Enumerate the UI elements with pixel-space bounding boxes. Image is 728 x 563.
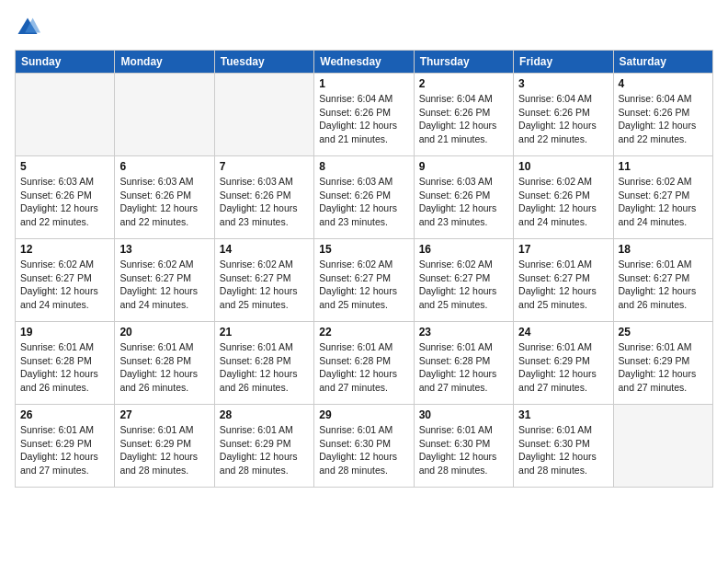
day-number: 31 bbox=[518, 408, 608, 421]
calendar-week-row: 5Sunrise: 6:03 AM Sunset: 6:26 PM Daylig… bbox=[16, 156, 713, 239]
calendar-week-row: 1Sunrise: 6:04 AM Sunset: 6:26 PM Daylig… bbox=[16, 74, 713, 156]
day-number: 29 bbox=[319, 408, 408, 421]
page-header bbox=[15, 15, 713, 40]
calendar-day-cell: 3Sunrise: 6:04 AM Sunset: 6:26 PM Daylig… bbox=[514, 74, 613, 156]
calendar-day-cell bbox=[214, 74, 313, 156]
calendar-day-cell: 7Sunrise: 6:03 AM Sunset: 6:26 PM Daylig… bbox=[214, 156, 313, 239]
day-number: 12 bbox=[20, 243, 109, 256]
calendar-day-cell: 24Sunrise: 6:01 AM Sunset: 6:29 PM Dayli… bbox=[514, 322, 613, 405]
day-info: Sunrise: 6:02 AM Sunset: 6:27 PM Dayligh… bbox=[119, 258, 209, 312]
calendar-week-row: 19Sunrise: 6:01 AM Sunset: 6:28 PM Dayli… bbox=[16, 322, 713, 405]
day-info: Sunrise: 6:02 AM Sunset: 6:26 PM Dayligh… bbox=[518, 175, 608, 229]
day-info: Sunrise: 6:04 AM Sunset: 6:26 PM Dayligh… bbox=[619, 92, 708, 146]
calendar-day-cell: 10Sunrise: 6:02 AM Sunset: 6:26 PM Dayli… bbox=[514, 156, 613, 239]
calendar-day-cell: 30Sunrise: 6:01 AM Sunset: 6:30 PM Dayli… bbox=[414, 405, 513, 488]
day-number: 14 bbox=[220, 243, 309, 256]
calendar-day-cell: 20Sunrise: 6:01 AM Sunset: 6:28 PM Dayli… bbox=[115, 322, 214, 405]
calendar-week-row: 26Sunrise: 6:01 AM Sunset: 6:29 PM Dayli… bbox=[16, 405, 713, 488]
day-info: Sunrise: 6:01 AM Sunset: 6:27 PM Dayligh… bbox=[518, 258, 608, 312]
calendar-day-cell: 22Sunrise: 6:01 AM Sunset: 6:28 PM Dayli… bbox=[314, 322, 414, 405]
calendar-day-cell: 21Sunrise: 6:01 AM Sunset: 6:28 PM Dayli… bbox=[214, 322, 313, 405]
day-info: Sunrise: 6:03 AM Sunset: 6:26 PM Dayligh… bbox=[220, 175, 309, 229]
calendar-day-cell: 2Sunrise: 6:04 AM Sunset: 6:26 PM Daylig… bbox=[414, 74, 513, 156]
calendar-day-cell: 18Sunrise: 6:01 AM Sunset: 6:27 PM Dayli… bbox=[613, 239, 712, 322]
calendar-header-row: SundayMondayTuesdayWednesdayThursdayFrid… bbox=[16, 51, 713, 74]
calendar-day-cell: 6Sunrise: 6:03 AM Sunset: 6:26 PM Daylig… bbox=[115, 156, 214, 239]
calendar-table: SundayMondayTuesdayWednesdayThursdayFrid… bbox=[15, 50, 713, 488]
calendar-day-cell: 31Sunrise: 6:01 AM Sunset: 6:30 PM Dayli… bbox=[514, 405, 613, 488]
day-number: 4 bbox=[619, 77, 708, 90]
day-info: Sunrise: 6:01 AM Sunset: 6:28 PM Dayligh… bbox=[20, 340, 109, 395]
day-info: Sunrise: 6:02 AM Sunset: 6:27 PM Dayligh… bbox=[419, 258, 508, 312]
day-info: Sunrise: 6:03 AM Sunset: 6:26 PM Dayligh… bbox=[319, 175, 408, 229]
day-number: 18 bbox=[619, 243, 708, 256]
header-saturday: Saturday bbox=[613, 51, 712, 74]
calendar-day-cell: 11Sunrise: 6:02 AM Sunset: 6:27 PM Dayli… bbox=[613, 156, 712, 239]
day-number: 17 bbox=[518, 243, 608, 256]
calendar-day-cell: 28Sunrise: 6:01 AM Sunset: 6:29 PM Dayli… bbox=[214, 405, 313, 488]
day-number: 8 bbox=[319, 160, 408, 173]
calendar-day-cell: 9Sunrise: 6:03 AM Sunset: 6:26 PM Daylig… bbox=[414, 156, 513, 239]
day-info: Sunrise: 6:03 AM Sunset: 6:26 PM Dayligh… bbox=[119, 175, 209, 229]
day-info: Sunrise: 6:04 AM Sunset: 6:26 PM Dayligh… bbox=[319, 92, 408, 146]
day-number: 25 bbox=[619, 326, 708, 339]
calendar-day-cell: 25Sunrise: 6:01 AM Sunset: 6:29 PM Dayli… bbox=[613, 322, 712, 405]
header-sunday: Sunday bbox=[16, 51, 115, 74]
calendar-day-cell: 16Sunrise: 6:02 AM Sunset: 6:27 PM Dayli… bbox=[414, 239, 513, 322]
day-number: 20 bbox=[119, 326, 209, 339]
calendar-week-row: 12Sunrise: 6:02 AM Sunset: 6:27 PM Dayli… bbox=[16, 239, 713, 322]
day-info: Sunrise: 6:01 AM Sunset: 6:29 PM Dayligh… bbox=[518, 340, 608, 395]
calendar-day-cell: 5Sunrise: 6:03 AM Sunset: 6:26 PM Daylig… bbox=[16, 156, 115, 239]
calendar-day-cell: 8Sunrise: 6:03 AM Sunset: 6:26 PM Daylig… bbox=[314, 156, 414, 239]
day-number: 15 bbox=[319, 243, 408, 256]
calendar-day-cell: 1Sunrise: 6:04 AM Sunset: 6:26 PM Daylig… bbox=[314, 74, 414, 156]
day-info: Sunrise: 6:01 AM Sunset: 6:27 PM Dayligh… bbox=[619, 258, 708, 312]
header-wednesday: Wednesday bbox=[314, 51, 414, 74]
calendar-day-cell: 13Sunrise: 6:02 AM Sunset: 6:27 PM Dayli… bbox=[115, 239, 214, 322]
day-info: Sunrise: 6:03 AM Sunset: 6:26 PM Dayligh… bbox=[419, 175, 508, 229]
calendar-day-cell: 12Sunrise: 6:02 AM Sunset: 6:27 PM Dayli… bbox=[16, 239, 115, 322]
day-number: 9 bbox=[419, 160, 508, 173]
day-number: 28 bbox=[220, 408, 309, 421]
day-number: 21 bbox=[220, 326, 309, 339]
calendar-day-cell bbox=[115, 74, 214, 156]
day-number: 5 bbox=[20, 160, 109, 173]
header-tuesday: Tuesday bbox=[214, 51, 313, 74]
day-info: Sunrise: 6:04 AM Sunset: 6:26 PM Dayligh… bbox=[419, 92, 508, 146]
day-info: Sunrise: 6:01 AM Sunset: 6:30 PM Dayligh… bbox=[319, 423, 408, 477]
day-number: 6 bbox=[119, 160, 209, 173]
header-thursday: Thursday bbox=[414, 51, 513, 74]
day-info: Sunrise: 6:02 AM Sunset: 6:27 PM Dayligh… bbox=[319, 258, 408, 312]
logo bbox=[15, 15, 44, 40]
calendar-day-cell: 14Sunrise: 6:02 AM Sunset: 6:27 PM Dayli… bbox=[214, 239, 313, 322]
day-number: 24 bbox=[518, 326, 608, 339]
day-number: 7 bbox=[220, 160, 309, 173]
day-info: Sunrise: 6:01 AM Sunset: 6:29 PM Dayligh… bbox=[619, 340, 708, 395]
day-number: 19 bbox=[20, 326, 109, 339]
day-number: 3 bbox=[518, 77, 608, 90]
day-info: Sunrise: 6:02 AM Sunset: 6:27 PM Dayligh… bbox=[619, 175, 708, 229]
day-number: 26 bbox=[20, 408, 109, 421]
day-info: Sunrise: 6:01 AM Sunset: 6:30 PM Dayligh… bbox=[419, 423, 508, 477]
day-info: Sunrise: 6:01 AM Sunset: 6:29 PM Dayligh… bbox=[220, 423, 309, 477]
day-info: Sunrise: 6:02 AM Sunset: 6:27 PM Dayligh… bbox=[20, 258, 109, 312]
day-number: 10 bbox=[518, 160, 608, 173]
logo-icon bbox=[15, 15, 40, 40]
calendar-day-cell: 26Sunrise: 6:01 AM Sunset: 6:29 PM Dayli… bbox=[16, 405, 115, 488]
calendar-day-cell: 23Sunrise: 6:01 AM Sunset: 6:28 PM Dayli… bbox=[414, 322, 513, 405]
day-info: Sunrise: 6:01 AM Sunset: 6:28 PM Dayligh… bbox=[319, 340, 408, 395]
day-info: Sunrise: 6:01 AM Sunset: 6:28 PM Dayligh… bbox=[220, 340, 309, 395]
day-info: Sunrise: 6:01 AM Sunset: 6:30 PM Dayligh… bbox=[518, 423, 608, 477]
day-info: Sunrise: 6:01 AM Sunset: 6:29 PM Dayligh… bbox=[119, 423, 209, 477]
calendar-day-cell: 17Sunrise: 6:01 AM Sunset: 6:27 PM Dayli… bbox=[514, 239, 613, 322]
calendar-day-cell bbox=[613, 405, 712, 488]
day-number: 27 bbox=[119, 408, 209, 421]
day-info: Sunrise: 6:01 AM Sunset: 6:28 PM Dayligh… bbox=[119, 340, 209, 395]
day-info: Sunrise: 6:01 AM Sunset: 6:28 PM Dayligh… bbox=[419, 340, 508, 395]
day-info: Sunrise: 6:01 AM Sunset: 6:29 PM Dayligh… bbox=[20, 423, 109, 477]
day-info: Sunrise: 6:04 AM Sunset: 6:26 PM Dayligh… bbox=[518, 92, 608, 146]
day-info: Sunrise: 6:02 AM Sunset: 6:27 PM Dayligh… bbox=[220, 258, 309, 312]
calendar-day-cell: 15Sunrise: 6:02 AM Sunset: 6:27 PM Dayli… bbox=[314, 239, 414, 322]
day-number: 13 bbox=[119, 243, 209, 256]
day-number: 1 bbox=[319, 77, 408, 90]
